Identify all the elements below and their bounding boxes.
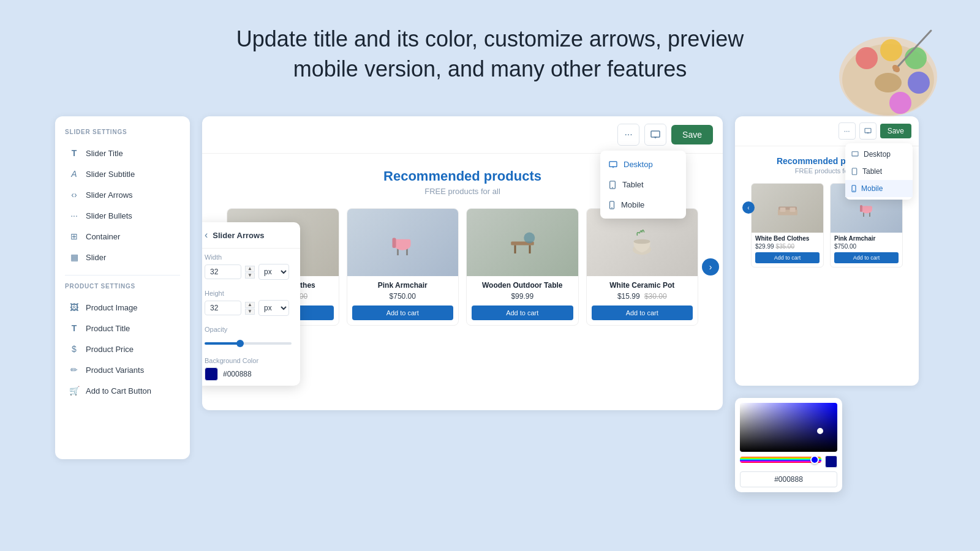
width-label: Width <box>205 253 292 261</box>
monitor-button[interactable] <box>644 124 666 146</box>
sidebar-item-slider-arrows[interactable]: ‹› Slider Arrows <box>65 184 180 205</box>
product-variants-icon: ✏ <box>69 364 80 375</box>
mobile-product-price-1: $750.00 <box>831 243 902 252</box>
height-down-button[interactable]: ▼ <box>245 309 255 315</box>
mobile-add-to-cart-0[interactable]: Add to cart <box>755 252 820 263</box>
svg-rect-31 <box>529 246 530 254</box>
slider-next-button[interactable]: › <box>702 258 719 276</box>
width-input[interactable] <box>205 264 241 279</box>
mobile-device-desktop[interactable]: Desktop <box>845 146 913 163</box>
right-column: ··· Save Desktop Tablet Mobile <box>735 116 925 520</box>
width-input-row: ▲ ▼ px % <box>205 264 292 280</box>
more-options-button[interactable]: ··· <box>617 124 639 146</box>
hue-indicator <box>810 455 819 464</box>
opacity-field: Opacity <box>202 321 300 352</box>
mobile-preview-panel: ··· Save Desktop Tablet Mobile <box>735 116 919 386</box>
bg-color-label: Background Color <box>205 357 292 364</box>
height-spinner: ▲ ▼ <box>245 302 255 315</box>
product-card-1: Pink Armchair $750.00 Add to cart <box>347 208 459 326</box>
mobile-add-to-cart-1[interactable]: Add to cart <box>834 252 899 263</box>
main-area: SLIDER SETTINGS T Slider Title A Slider … <box>55 116 925 520</box>
color-gradient-cursor <box>817 428 823 434</box>
product-card-2: Wooden Outdoor Table $99.99 Add to cart <box>466 208 579 326</box>
svg-rect-44 <box>780 208 785 212</box>
mobile-device-tablet[interactable]: Tablet <box>845 163 913 180</box>
arrow-popup-back-button[interactable]: ‹ <box>205 230 208 241</box>
mobile-product-name-1: Pink Armchair <box>831 233 902 243</box>
width-up-button[interactable]: ▲ <box>245 266 255 272</box>
color-swatch[interactable] <box>205 367 218 381</box>
header-line1: Update title and its color, customize ar… <box>0 24 980 54</box>
editor-toolbar: ··· Save <box>202 116 723 154</box>
mobile-device-mobile[interactable]: Mobile <box>845 180 913 197</box>
svg-rect-35 <box>865 129 871 133</box>
title-icon: T <box>69 148 80 159</box>
mobile-more-button[interactable]: ··· <box>839 122 856 140</box>
svg-rect-28 <box>393 238 396 249</box>
sidebar-item-slider-subtitle[interactable]: A Slider Subtitle <box>65 163 180 184</box>
color-picker-panel: #000888 <box>735 398 842 492</box>
product-info-1: Pink Armchair $750.00 Add to cart <box>347 276 459 325</box>
height-up-button[interactable]: ▲ <box>245 302 255 308</box>
device-mobile-label: Mobile <box>621 200 644 209</box>
mobile-monitor-button[interactable] <box>859 122 876 140</box>
sidebar-divider <box>65 275 180 276</box>
product-price-1: $750.00 <box>352 292 454 301</box>
device-item-desktop[interactable]: Desktop <box>600 154 686 174</box>
sidebar-item-label: Container <box>86 232 120 241</box>
device-dropdown: Desktop Tablet Mobile <box>600 151 686 219</box>
sidebar-item-product-image[interactable]: 🖼 Product Image <box>65 297 180 318</box>
mobile-product-price-0: $29.99 $35.00 <box>752 243 823 252</box>
sidebar-item-product-title[interactable]: T Product Title <box>65 318 180 339</box>
sidebar-item-slider[interactable]: ▦ Slider <box>65 247 180 268</box>
save-button[interactable]: Save <box>671 125 713 144</box>
width-unit-select[interactable]: px % <box>258 264 289 280</box>
svg-point-34 <box>634 239 650 244</box>
mobile-product-image-0 <box>752 184 823 233</box>
color-gradient-canvas[interactable] <box>740 403 837 452</box>
width-down-button[interactable]: ▼ <box>245 272 255 279</box>
sidebar-item-container[interactable]: ⊞ Container <box>65 226 180 247</box>
svg-point-32 <box>524 233 535 244</box>
mobile-mobile-label: Mobile <box>861 184 883 193</box>
svg-point-19 <box>611 207 612 208</box>
product-price-2: $99.99 <box>472 292 573 301</box>
hue-row <box>740 455 837 468</box>
product-card-3: White Ceramic Pot $15.99 $30.00 Add to c… <box>586 208 699 326</box>
container-icon: ⊞ <box>69 231 80 242</box>
opacity-slider[interactable] <box>205 342 292 345</box>
sidebar-item-product-price[interactable]: $ Product Price <box>65 339 180 359</box>
svg-rect-10 <box>651 131 660 137</box>
mobile-prev-button[interactable]: ‹ <box>742 201 755 214</box>
bullets-icon: ··· <box>69 210 80 221</box>
product-info-3: White Ceramic Pot $15.99 $30.00 Add to c… <box>587 276 698 325</box>
sidebar-item-slider-bullets[interactable]: ··· Slider Bullets <box>65 205 180 226</box>
sidebar-item-label: Product Image <box>86 303 138 312</box>
mobile-desktop-label: Desktop <box>864 150 891 159</box>
hex-color-input[interactable]: #000888 <box>740 471 837 487</box>
device-item-mobile[interactable]: Mobile <box>600 195 686 215</box>
add-to-cart-icon: 🛒 <box>69 385 80 396</box>
product-image-icon: 🖼 <box>69 302 80 313</box>
product-image-2 <box>467 209 578 276</box>
height-input-row: ▲ ▼ px % <box>205 300 292 316</box>
arrow-width-field: Width ▲ ▼ px % <box>202 249 300 285</box>
product-original-price-3: $30.00 <box>644 292 667 301</box>
hue-bar[interactable] <box>740 457 821 463</box>
add-to-cart-1[interactable]: Add to cart <box>352 305 454 320</box>
product-info-2: Wooden Outdoor Table $99.99 Add to cart <box>467 276 578 325</box>
height-input[interactable] <box>205 301 241 315</box>
arrow-height-field: Height ▲ ▼ px % <box>202 285 300 321</box>
sidebar-item-add-to-cart[interactable]: 🛒 Add to Cart Button <box>65 380 180 401</box>
sidebar-item-slider-title[interactable]: T Slider Title <box>65 143 180 163</box>
product-image-3 <box>587 209 698 276</box>
svg-point-6 <box>889 92 911 114</box>
arrow-popup-header: ‹ Slider Arrows <box>202 222 300 249</box>
sidebar-item-product-variants[interactable]: ✏ Product Variants <box>65 359 180 380</box>
add-to-cart-3[interactable]: Add to cart <box>592 305 693 320</box>
height-unit-select[interactable]: px % <box>258 300 289 316</box>
mobile-save-button[interactable]: Save <box>880 124 911 138</box>
add-to-cart-2[interactable]: Add to cart <box>472 305 573 320</box>
device-item-tablet[interactable]: Tablet <box>600 174 686 195</box>
arrow-popup: ‹ Slider Arrows Width ▲ ▼ px % <box>202 222 300 386</box>
